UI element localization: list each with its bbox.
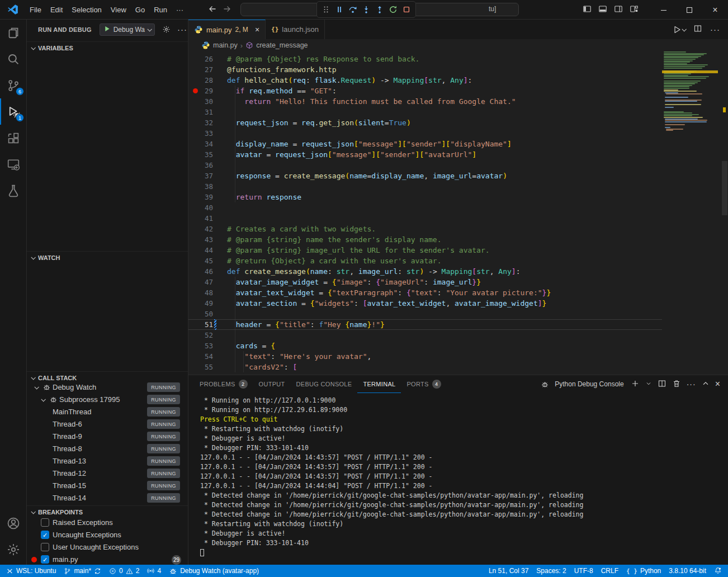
code-line[interactable]: 28def hello_chat(req: flask.Request) -> …	[188, 75, 662, 86]
step-over-button[interactable]	[347, 4, 358, 15]
gutter[interactable]: 44	[188, 245, 227, 256]
code-line[interactable]: 35 avatar = request_json["message"]["sen…	[188, 149, 662, 160]
status-cursor-position[interactable]: Ln 51, Col 37	[485, 565, 532, 577]
gutter[interactable]: 54	[188, 351, 227, 362]
activitybar-testing[interactable]	[0, 177, 27, 204]
gutter[interactable]: 47	[188, 277, 227, 287]
gutter[interactable]: 31	[188, 107, 227, 117]
status-language-mode[interactable]: { }Python	[622, 565, 665, 577]
menu-[interactable]: ···	[172, 3, 188, 16]
code-line[interactable]: 38	[188, 181, 662, 192]
code-line[interactable]: 45# @return {Object} a card with the use…	[188, 256, 662, 266]
activitybar-remote-explorer[interactable]	[0, 151, 27, 177]
breakpoint-dot-icon[interactable]	[193, 88, 198, 93]
status-problems[interactable]: 02	[105, 565, 143, 577]
gutter[interactable]: 35	[188, 149, 227, 160]
gutter[interactable]: 46	[188, 266, 227, 277]
tab-main.py[interactable]: main.py2, M×	[188, 20, 266, 39]
gutter[interactable]: 36	[188, 160, 227, 171]
code-line[interactable]: 27@functions_framework.http	[188, 64, 662, 75]
gutter[interactable]: 29	[188, 86, 227, 96]
status-debug-session[interactable]: Debug Watch (avatar-app)	[165, 565, 263, 577]
gutter[interactable]: 55	[188, 362, 227, 372]
call-stack-item[interactable]: Thread-15RUNNING	[27, 480, 188, 492]
trash-button[interactable]	[672, 379, 681, 390]
breakpoint-checkbox[interactable]: ✓	[41, 555, 49, 564]
breakpoint-checkbox[interactable]	[41, 543, 49, 551]
breakpoints-section-header[interactable]: BREAKPOINTS	[27, 505, 188, 518]
breakpoint-item[interactable]: User Uncaught Exceptions	[27, 541, 188, 554]
code-line[interactable]: 30 return "Hello! This function must be …	[188, 96, 662, 107]
call-stack-item[interactable]: Debug WatchRUNNING	[27, 381, 188, 394]
run-python-file-button[interactable]	[673, 25, 686, 34]
call-stack-item[interactable]: Thread-14RUNNING	[27, 492, 188, 504]
breakpoint-item[interactable]: ✓Uncaught Exceptions	[27, 529, 188, 541]
terminal-instance-label[interactable]: Python Debug Console	[555, 380, 623, 388]
more-actions-button[interactable]: ···	[687, 380, 696, 389]
gutter[interactable]: 38	[188, 181, 227, 192]
menu-view[interactable]: View	[106, 3, 131, 16]
code-line[interactable]: 55 "cardsV2": [	[188, 362, 662, 372]
menu-run[interactable]: Run	[149, 3, 172, 16]
panel-tab-ports[interactable]: PORTS4	[401, 375, 446, 393]
code-line[interactable]: 42# Creates a card with two widgets.	[188, 224, 662, 234]
stop-button[interactable]	[401, 4, 412, 15]
breakpoint-checkbox[interactable]: ✓	[41, 531, 49, 539]
panel-tab-output[interactable]: OUTPUT	[253, 375, 291, 393]
terminal-output[interactable]: * Running on http://127.0.0.1:9000 * Run…	[188, 393, 728, 565]
status-encoding[interactable]: UTF-8	[570, 565, 597, 577]
gutter[interactable]: 28	[188, 75, 227, 86]
code-line[interactable]: 34 display_name = request_json["message"…	[188, 139, 662, 149]
activitybar-search[interactable]	[0, 46, 27, 72]
gutter[interactable]: 45	[188, 256, 227, 266]
layout-panel-button[interactable]	[598, 4, 607, 16]
panel-tab-problems[interactable]: PROBLEMS2	[194, 375, 253, 393]
gutter[interactable]: 26	[188, 54, 227, 64]
activitybar-run-and-debug[interactable]: 1	[0, 98, 27, 125]
activitybar-extensions[interactable]	[0, 125, 27, 151]
breadcrumb-item[interactable]: main.py	[213, 41, 238, 49]
more-actions-button[interactable]: ···	[710, 25, 720, 34]
activitybar-source-control[interactable]: 6	[0, 72, 27, 98]
breakpoint-checkbox[interactable]	[41, 518, 49, 527]
menu-go[interactable]: Go	[131, 3, 149, 16]
gear-icon[interactable]	[162, 25, 171, 34]
code-line[interactable]: 51 header = {"title": f"Hey {name}!"}	[188, 319, 662, 330]
call-stack-item[interactable]: MainThreadRUNNING	[27, 406, 188, 418]
gutter[interactable]: 43	[188, 234, 227, 245]
tab-launch.json[interactable]: {}launch.json	[266, 20, 325, 39]
code-line[interactable]: 33	[188, 128, 662, 139]
step-into-button[interactable]	[361, 4, 372, 15]
gutter[interactable]: 34	[188, 139, 227, 149]
code-line[interactable]: 41	[188, 213, 662, 224]
back-arrow-icon[interactable]	[208, 4, 217, 16]
panel-tab-debug-console[interactable]: DEBUG CONSOLE	[291, 375, 358, 393]
gutter[interactable]: 33	[188, 128, 227, 139]
minimap[interactable]	[662, 51, 716, 375]
gutter[interactable]: 32	[188, 117, 227, 128]
gutter[interactable]: 51	[188, 319, 227, 330]
code-line[interactable]: 29 if req.method == "GET":	[188, 86, 662, 96]
gutter[interactable]: 41	[188, 213, 227, 224]
close-window-button[interactable]: ×	[702, 0, 728, 20]
code-line[interactable]: 31	[188, 107, 662, 117]
status-branch[interactable]: main*	[60, 565, 105, 577]
forward-arrow-icon[interactable]	[223, 4, 231, 16]
status-notifications[interactable]	[710, 565, 726, 577]
gutter[interactable]: 50	[188, 309, 227, 319]
code-line[interactable]: 39 return response	[188, 192, 662, 202]
code-line[interactable]: 40	[188, 202, 662, 213]
minimize-button[interactable]	[651, 0, 677, 20]
restart-button[interactable]	[387, 4, 399, 15]
gutter[interactable]: 40	[188, 202, 227, 213]
breadcrumb-item[interactable]: create_message	[256, 41, 308, 49]
gutter[interactable]: 39	[188, 192, 227, 202]
activitybar-files[interactable]	[0, 20, 27, 46]
call-stack-item[interactable]: Subprocess 17995RUNNING	[27, 394, 188, 406]
gutter[interactable]: 52	[188, 330, 227, 340]
code-line[interactable]: 48 avatar_text_widget = {"textParagraph"…	[188, 287, 662, 298]
pause-button[interactable]	[334, 4, 345, 15]
activitybar-settings-gear[interactable]	[0, 536, 27, 562]
call-stack-item[interactable]: Thread-8RUNNING	[27, 443, 188, 455]
gutter[interactable]: 53	[188, 340, 227, 351]
